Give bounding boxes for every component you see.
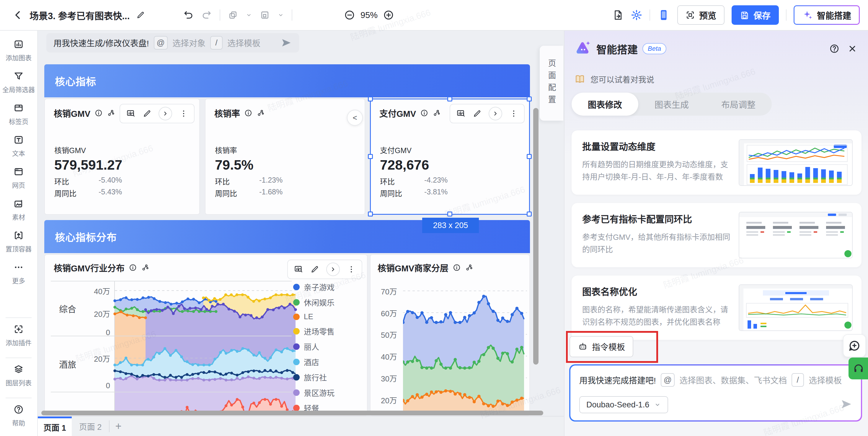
- selection-handle[interactable]: [447, 211, 452, 216]
- legend-item[interactable]: 景区游玩: [293, 387, 367, 398]
- kebab-menu-icon[interactable]: [347, 265, 356, 274]
- suggestion-card-3[interactable]: 图表名称优化图表的名称，希望能清晰传递图表含义，请识别名称不规范的图表，并优化图…: [571, 275, 862, 340]
- tab-page-1[interactable]: 页面 1: [38, 416, 72, 436]
- edit-chart-icon[interactable]: [473, 109, 482, 118]
- kpi-card-1[interactable]: 核销GMV核销GMV579,591.27环比-5.40%周同比-5.43%: [44, 99, 200, 215]
- info-icon[interactable]: [453, 263, 461, 272]
- chart-explore-icon[interactable]: [126, 109, 135, 118]
- sidebar-item-funnel[interactable]: 全局筛选器: [2, 71, 35, 94]
- lineage-node-icon[interactable]: [141, 263, 149, 272]
- new-chat-button[interactable]: [843, 334, 866, 357]
- select-template-label[interactable]: 选择模板: [809, 374, 842, 386]
- sidebar-item-material-image[interactable]: 素材: [12, 198, 25, 221]
- suggestion-card-2[interactable]: 参考已有指标卡配置同环比参考支付GMV，给其他所有指标卡添加相同的同环比: [571, 203, 862, 267]
- chevron-down-icon[interactable]: [278, 12, 284, 18]
- suggestion-card-1[interactable]: 批量设置动态维度所有趋势图的日期维度更换为动态维度，支持用户切换年-月-日、年-…: [571, 130, 862, 195]
- kebab-menu-icon[interactable]: [509, 109, 518, 118]
- kpi-card-2[interactable]: 核销率<核销率79.5%环比-1.23%周同比-1.68%: [205, 99, 365, 215]
- sidebar-item-pin-container[interactable]: 置顶容器: [6, 230, 32, 253]
- undo-icon[interactable]: [183, 10, 194, 20]
- lineage-node-icon[interactable]: [433, 109, 441, 117]
- sidebar-item-plugin-add[interactable]: 添加插件: [6, 324, 32, 347]
- canvas-ai-prompt-bar[interactable]: 用我快速生成/修改仪表盘! @ 选择对象 / 选择模板: [46, 33, 299, 53]
- group-icon[interactable]: [260, 10, 270, 20]
- sidebar-item-layers[interactable]: 图层列表: [6, 364, 32, 387]
- horizontal-scrollbar[interactable]: [41, 411, 543, 415]
- panel-tab-2[interactable]: 图表生成: [638, 93, 705, 115]
- close-icon[interactable]: [847, 44, 857, 54]
- legend-item[interactable]: LE: [293, 312, 367, 321]
- edit-chart-icon[interactable]: [310, 265, 319, 274]
- send-icon[interactable]: [840, 398, 852, 410]
- lineage-node-icon[interactable]: [107, 109, 115, 117]
- selection-handle[interactable]: [368, 211, 373, 216]
- help-circle-icon[interactable]: [829, 43, 840, 54]
- sidebar-item-help-circle[interactable]: 帮助: [12, 404, 25, 427]
- select-sources-label[interactable]: 选择图表、数据集、飞书文档: [679, 374, 787, 386]
- sidebar-item-text-square[interactable]: 文本: [12, 135, 25, 158]
- chevron-right-icon[interactable]: [326, 263, 340, 276]
- lineage-node-icon[interactable]: [465, 263, 473, 272]
- selection-handle[interactable]: [527, 97, 532, 101]
- chart-explore-icon[interactable]: [294, 265, 303, 274]
- slash-chip[interactable]: /: [210, 36, 223, 49]
- ai-build-button[interactable]: 智能搭建: [794, 5, 860, 25]
- mobile-preview-icon[interactable]: [657, 8, 670, 22]
- info-icon[interactable]: [94, 109, 103, 117]
- legend-item[interactable]: 丽人: [293, 341, 367, 352]
- selection-handle[interactable]: [447, 97, 452, 101]
- sidebar-item-web-page[interactable]: 网页: [12, 166, 25, 190]
- edit-title-icon[interactable]: [136, 11, 145, 20]
- sidebar-item-more-dots[interactable]: 更多: [12, 262, 25, 285]
- info-icon[interactable]: [420, 109, 428, 117]
- kpi-card-3[interactable]: 支付GMV支付GMV728,676环比-4.23%周同比-3.81%: [370, 99, 530, 215]
- selection-handle[interactable]: [527, 154, 532, 159]
- chart-industry-distribution[interactable]: 核销GMV行业分布 综合40万20万0酒旅20万0 亲子游戏休闲娱乐LE进场零售…: [44, 254, 368, 416]
- chevron-right-icon[interactable]: [489, 107, 502, 120]
- legend-item[interactable]: 旅行社: [293, 372, 367, 382]
- kebab-menu-icon[interactable]: [179, 109, 188, 118]
- settings-gear-icon[interactable]: [631, 9, 643, 21]
- redo-icon[interactable]: [202, 10, 212, 20]
- page-config-tab[interactable]: 页面配置: [540, 46, 563, 121]
- ai-input-box[interactable]: 用我快速完成搭建吧! @ 选择图表、数据集、飞书文档 / 选择模板 Doubao…: [569, 364, 862, 422]
- panel-tab-1[interactable]: 图表修改: [571, 93, 638, 115]
- add-page-button[interactable]: +: [110, 416, 127, 436]
- info-icon[interactable]: [129, 263, 137, 272]
- duplicate-icon[interactable]: [228, 10, 238, 20]
- slash-chip[interactable]: /: [792, 373, 804, 387]
- vertical-scrollbar[interactable]: [533, 108, 538, 365]
- select-object-label[interactable]: 选择对象: [173, 37, 206, 49]
- panel-tab-3[interactable]: 布局调整: [705, 93, 772, 115]
- legend-item[interactable]: 休闲娱乐: [293, 297, 367, 308]
- sidebar-item-tab-page[interactable]: 标签页: [9, 103, 28, 126]
- selection-handle[interactable]: [368, 154, 373, 159]
- preview-button[interactable]: 预览: [677, 5, 724, 25]
- save-button[interactable]: 保存: [732, 5, 779, 25]
- legend-item[interactable]: 亲子游戏: [293, 281, 367, 292]
- legend-item[interactable]: 酒店: [293, 356, 367, 367]
- at-chip[interactable]: @: [661, 373, 675, 387]
- tab-page-2[interactable]: 页面 2: [72, 416, 109, 436]
- at-chip[interactable]: @: [154, 36, 168, 49]
- section-header-core-metrics[interactable]: 核心指标: [44, 64, 530, 97]
- chevron-right-icon[interactable]: [159, 107, 172, 120]
- selection-handle[interactable]: [368, 97, 373, 101]
- zoom-out-icon[interactable]: [344, 9, 355, 21]
- select-template-label[interactable]: 选择模板: [227, 37, 260, 49]
- chart-explore-icon[interactable]: [456, 109, 466, 118]
- export-icon[interactable]: [612, 9, 624, 21]
- info-icon[interactable]: [244, 109, 252, 117]
- legend-item[interactable]: 进场零售: [293, 326, 367, 337]
- sidebar-item-chart-square[interactable]: 添加图表: [6, 39, 32, 62]
- instruction-template-button[interactable]: 指令模板: [569, 336, 633, 357]
- zoom-in-icon[interactable]: [383, 9, 394, 21]
- edit-chart-icon[interactable]: [143, 109, 151, 118]
- chart-merchant-layering[interactable]: 核销GMV商家分层 70万60万50万40万30万20万: [370, 254, 530, 416]
- collapse-button[interactable]: <: [347, 110, 363, 126]
- back-icon[interactable]: [13, 10, 23, 20]
- selection-handle[interactable]: [527, 211, 532, 216]
- send-icon[interactable]: [281, 37, 292, 48]
- model-selector[interactable]: Doubao-Seed-1.6: [579, 396, 668, 413]
- lineage-node-icon[interactable]: [256, 109, 265, 117]
